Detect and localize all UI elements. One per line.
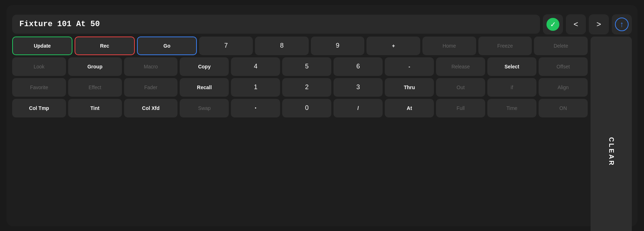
key-tint[interactable]: Tint: [68, 99, 122, 117]
key-1[interactable]: 1: [231, 78, 280, 97]
key-8[interactable]: 8: [255, 37, 309, 55]
key-2[interactable]: 2: [282, 78, 331, 97]
back-button[interactable]: <: [566, 14, 586, 34]
check-icon: ✓: [546, 18, 559, 31]
key-on[interactable]: ON: [539, 99, 588, 117]
main-container: Fixture 101 At 50 ✓ < > ↑ Update Rec Go …: [6, 5, 638, 226]
key-favorite[interactable]: Favorite: [12, 78, 66, 97]
key-row-0: Update Rec Go 7 8 9 + Home Freeze Delete: [12, 37, 588, 55]
key-group[interactable]: Group: [68, 57, 122, 76]
rec-key[interactable]: Rec: [75, 37, 135, 55]
key-row-3: Col Tmp Tint Col Xfd Swap · 0 / At Full …: [12, 99, 588, 117]
key-select[interactable]: Select: [487, 57, 536, 76]
key-swap[interactable]: Swap: [180, 99, 229, 117]
key-5[interactable]: 5: [282, 57, 331, 76]
key-plus[interactable]: +: [366, 37, 420, 55]
go-key[interactable]: Go: [137, 37, 197, 55]
back-icon: <: [574, 20, 578, 29]
key-3[interactable]: 3: [333, 78, 383, 97]
key-9[interactable]: 9: [311, 37, 365, 55]
command-row: Fixture 101 At 50 ✓ < > ↑: [12, 14, 632, 34]
key-colxfd[interactable]: Col Xfd: [124, 99, 178, 117]
key-minus[interactable]: -: [385, 57, 434, 76]
key-fader[interactable]: Fader: [124, 78, 178, 97]
key-offset[interactable]: Offset: [539, 57, 588, 76]
key-out[interactable]: Out: [436, 78, 485, 97]
key-6[interactable]: 6: [333, 57, 383, 76]
key-copy[interactable]: Copy: [180, 57, 229, 76]
command-input[interactable]: Fixture 101 At 50: [12, 15, 540, 34]
key-coltmp[interactable]: Col Tmp: [12, 99, 66, 117]
update-key[interactable]: Update: [12, 37, 72, 55]
key-row-1: Look Group Macro Copy 4 5 6 - Release Se…: [12, 57, 588, 76]
key-thru[interactable]: Thru: [385, 78, 434, 97]
key-align[interactable]: Align: [539, 78, 588, 97]
upload-button[interactable]: ↑: [612, 14, 632, 34]
key-if[interactable]: if: [487, 78, 536, 97]
key-dot[interactable]: ·: [231, 99, 280, 117]
key-macro[interactable]: Macro: [124, 57, 178, 76]
key-delete[interactable]: Delete: [534, 37, 588, 55]
key-4[interactable]: 4: [231, 57, 280, 76]
key-row-2: Favorite Effect Fader Recall 1 2 3 Thru …: [12, 78, 588, 97]
key-slash[interactable]: /: [333, 99, 383, 117]
key-recall[interactable]: Recall: [180, 78, 229, 97]
key-at[interactable]: At: [385, 99, 434, 117]
key-release[interactable]: Release: [436, 57, 485, 76]
key-freeze[interactable]: Freeze: [478, 37, 532, 55]
forward-icon: >: [597, 20, 601, 29]
key-0[interactable]: 0: [282, 99, 331, 117]
key-full[interactable]: Full: [436, 99, 485, 117]
upload-icon: ↑: [615, 18, 629, 31]
key-7[interactable]: 7: [199, 37, 253, 55]
key-look[interactable]: Look: [12, 57, 66, 76]
check-button[interactable]: ✓: [543, 14, 563, 34]
key-time[interactable]: Time: [487, 99, 536, 117]
key-effect[interactable]: Effect: [68, 78, 122, 97]
clear-key[interactable]: CLEAR: [591, 37, 632, 231]
forward-button[interactable]: >: [589, 14, 609, 34]
key-home[interactable]: Home: [422, 37, 476, 55]
